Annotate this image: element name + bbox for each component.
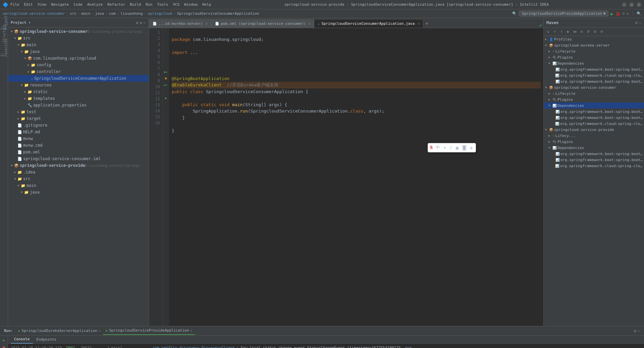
tree-item-main[interactable]: ▼ 📁 main bbox=[8, 42, 149, 48]
menu-help[interactable]: Help bbox=[202, 2, 211, 7]
menu-analyze[interactable]: Analyze bbox=[87, 2, 103, 7]
minimize-button[interactable]: ─ bbox=[622, 2, 627, 7]
sidebar-icon-structure[interactable]: Structure bbox=[1, 30, 7, 37]
run-config-dropdown[interactable]: SpringcloudServiceProvideApplication ▼ bbox=[519, 11, 608, 16]
maven-item-provide-mv[interactable]: ▼ 📦 springcloud-service-provide bbox=[544, 127, 644, 133]
tree-item-templates[interactable]: ▶ 📁 templates bbox=[8, 95, 149, 102]
maven-hash-btn[interactable]: # bbox=[585, 29, 591, 35]
tree-item-provide-root[interactable]: ▼ 📦 springcloud-service-provide D:\xinch… bbox=[8, 162, 149, 169]
menu-refactor[interactable]: Refactor bbox=[107, 2, 125, 7]
menu-edit[interactable]: Edit bbox=[24, 2, 33, 7]
menu-file[interactable]: File bbox=[10, 2, 19, 7]
tree-item-pom[interactable]: 📄 pom.xml bbox=[8, 149, 149, 155]
tab-pom-close[interactable]: ✕ bbox=[308, 22, 310, 25]
run-subtab-endpoints[interactable]: Endpoints bbox=[33, 336, 60, 344]
run-panel-hide-icon[interactable]: – bbox=[638, 329, 640, 333]
tab-pom[interactable]: 📄 pom.xml (springcloud-service-consumer)… bbox=[211, 19, 314, 28]
tab-dropdown[interactable]: ▼ bbox=[423, 19, 430, 28]
tree-item-gitignore[interactable]: 📄 .gitignore bbox=[8, 122, 149, 129]
tree-item-src2[interactable]: ▼ 📁 src bbox=[8, 176, 149, 182]
toolbar-more-icon[interactable]: ⋮ bbox=[631, 11, 635, 16]
menu-tools[interactable]: Tools bbox=[157, 2, 168, 7]
tree-item-test[interactable]: ▶ 📁 test bbox=[8, 109, 149, 115]
search-everywhere-icon[interactable]: 🔍 bbox=[512, 11, 517, 16]
breadcrumb-item-1[interactable]: src bbox=[70, 11, 76, 16]
maven-item-plugins-1[interactable]: ▶ 🔌 Plugins bbox=[544, 54, 644, 60]
tree-item-src[interactable]: ▼ 📁 src bbox=[8, 35, 149, 42]
maven-item-profiles[interactable]: ▶ 👤 Profiles bbox=[544, 36, 644, 42]
maven-add-btn[interactable]: + bbox=[552, 29, 558, 35]
run-stop-btn[interactable]: ■ bbox=[1, 344, 7, 348]
tab-eureka[interactable]: 📄 ...id-eureka-server) ✕ bbox=[149, 19, 211, 28]
maven-item-dep-1-3[interactable]: 📊 org.springframework.boot:spring-boot..… bbox=[544, 78, 644, 84]
menu-view[interactable]: View bbox=[38, 2, 47, 7]
maven-item-dep-3-3[interactable]: 📊 org.springframework.cloud:spring-clou.… bbox=[544, 163, 644, 169]
maven-run-btn[interactable]: ▶ bbox=[565, 29, 571, 35]
project-settings-icon[interactable]: ≡ bbox=[140, 20, 142, 25]
menu-vcs[interactable]: VCS bbox=[173, 2, 179, 7]
toolbar-search-icon[interactable]: 🔍 bbox=[637, 11, 641, 16]
tree-item-iml[interactable]: 📄 springcloud-service-consumer.iml bbox=[8, 155, 149, 162]
maven-item-consumer-mv[interactable]: ▼ 📦 springcloud-service-consumer bbox=[544, 84, 644, 90]
tree-item-pkg[interactable]: ▼ 📦 com.lixuanhong.springcloud bbox=[8, 55, 149, 62]
maven-item-eureka-server[interactable]: ▼ 📦 springcloud-eureka-server bbox=[544, 42, 644, 48]
project-hide-icon[interactable]: – bbox=[144, 20, 146, 25]
breadcrumb-item-3[interactable]: java bbox=[95, 11, 104, 16]
toolbar-build-icon[interactable]: ⚙ bbox=[623, 11, 625, 16]
tree-item-target[interactable]: ▶ 📁 target bbox=[8, 115, 149, 122]
tree-item-controller[interactable]: ▶ 📁 controller bbox=[8, 68, 149, 75]
close-button[interactable]: ✕ bbox=[637, 2, 641, 7]
maven-item-deps-3[interactable]: ▼ 📊 Dependencies bbox=[544, 145, 644, 151]
breadcrumb-item-7[interactable]: SpringcloudServiceConsumerApplication bbox=[177, 11, 259, 16]
tree-item-app-prop[interactable]: 🔧 application.properties bbox=[8, 102, 149, 109]
maven-item-dep-2-3[interactable]: 📊 org.springframework.cloud:spring-clou.… bbox=[544, 121, 644, 127]
project-gear-icon[interactable]: ⚙ bbox=[136, 20, 138, 25]
maven-m-btn[interactable]: m bbox=[579, 29, 585, 35]
breadcrumb-item-0[interactable]: springcloud-service-consumer bbox=[3, 11, 65, 16]
tab-eureka-close[interactable]: ✕ bbox=[206, 22, 208, 25]
run-subtab-console[interactable]: Console bbox=[11, 336, 33, 344]
menu-build[interactable]: Build bbox=[130, 2, 141, 7]
menu-window[interactable]: Window bbox=[184, 2, 198, 7]
maven-item-dep-3-1[interactable]: 📊 org.springframework.boot:spring-boot..… bbox=[544, 151, 644, 157]
debug-button[interactable]: 🐞 bbox=[615, 11, 621, 16]
tree-item-resources[interactable]: ▼ 📁 resources bbox=[8, 82, 149, 88]
menu-navigate[interactable]: Navigate bbox=[51, 2, 69, 7]
tree-item-helpmd[interactable]: 📄 HELP.md bbox=[8, 129, 149, 135]
maven-item-dep-2-1[interactable]: 📊 org.springframework.boot:spring-boot..… bbox=[544, 109, 644, 115]
run-button[interactable]: ▶ bbox=[610, 11, 613, 16]
gutter-8[interactable]: ➤ bbox=[163, 75, 169, 82]
breadcrumb-item-5[interactable]: lixuanhong bbox=[120, 11, 143, 16]
tree-item-idea[interactable]: ▶ 📁 .idea bbox=[8, 169, 149, 176]
breadcrumb-item-4[interactable]: com bbox=[109, 11, 116, 16]
tree-item-java[interactable]: ▼ 📁 java bbox=[8, 48, 149, 55]
tree-item-java2[interactable]: ▼ 📁 java bbox=[8, 189, 149, 196]
maven-item-plugins-3[interactable]: ▶ 🔌 Plugins bbox=[544, 139, 644, 145]
breadcrumb-item-2[interactable]: main bbox=[82, 11, 91, 16]
tab-main-close[interactable]: ✕ bbox=[418, 22, 420, 25]
toolbar-sync-icon[interactable]: ↻ bbox=[627, 11, 629, 16]
tree-item-mvnwcmd[interactable]: 📄 mvnw.cmd bbox=[8, 142, 149, 149]
maven-item-dep-1-1[interactable]: 📊 org.springframework.boot:spring-boot..… bbox=[544, 66, 644, 72]
maximize-button[interactable]: □ bbox=[629, 2, 634, 7]
run-tab-eureka-close[interactable]: ✕ bbox=[99, 329, 100, 333]
run-tab-provide[interactable]: ▶ SpringcloudServiceProvideApplication ✕ bbox=[103, 327, 195, 335]
run-restart-btn[interactable]: ▶ bbox=[1, 337, 7, 343]
maven-refresh-btn[interactable]: ↻ bbox=[545, 29, 551, 35]
maven-item-plugins-2[interactable]: ▶ 🔌 Plugins bbox=[544, 96, 644, 102]
maven-item-deps-2[interactable]: ▼ 📊 Dependencies bbox=[544, 102, 644, 109]
run-tab-provide-close[interactable]: ✕ bbox=[191, 329, 192, 332]
maven-item-dep-1-2[interactable]: 📊 org.springframework.cloud:spring-clou.… bbox=[544, 72, 644, 78]
breadcrumb-item-6[interactable]: springcloud bbox=[148, 11, 172, 16]
tree-item-main-class[interactable]: ☕ SpringcloudServiceConsummerApplication bbox=[8, 75, 149, 82]
tab-main[interactable]: ☕ SpringcloudServiceConsumerApplication.… bbox=[314, 19, 423, 28]
code-editor[interactable]: package com.lixuanhong.springcloud; impo… bbox=[169, 28, 543, 326]
sidebar-icon-favorites[interactable]: 2: Favorites bbox=[1, 44, 7, 51]
maven-item-deps-1[interactable]: ▼ 📊 Dependencies bbox=[544, 60, 644, 66]
maven-expand-btn[interactable]: ⊞ bbox=[592, 29, 598, 35]
gutter-7[interactable]: ▶ ✔ bbox=[163, 69, 169, 75]
editor-run-icon[interactable]: ✔ bbox=[539, 22, 542, 28]
maven-download-btn[interactable]: ⬇ bbox=[558, 29, 565, 35]
maven-item-lifecycle-2[interactable]: ▶ ⚡ Lifecycle bbox=[544, 90, 644, 96]
maven-hide-icon[interactable]: – bbox=[639, 20, 641, 25]
